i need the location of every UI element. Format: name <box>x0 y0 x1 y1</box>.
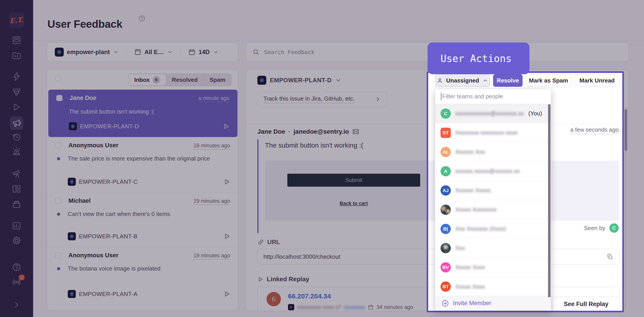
feedback-list-item[interactable]: Jane Doe a minute ago The submit button … <box>48 90 238 137</box>
react-project-icon <box>69 122 77 130</box>
sidebar-item-settings[interactable] <box>12 236 22 246</box>
replay-play-icon[interactable] <box>224 178 230 185</box>
tab-inbox[interactable]: Inbox 9 <box>128 74 166 86</box>
assignee-option[interactable]: B(Xxx Xxxxxxx (Xxxx) <box>435 219 551 238</box>
assignee-filter-input[interactable]: Filter teams and people <box>435 89 551 104</box>
assignee-dropdown: Filter teams and people Cxxxxxxxxxxxx@xx… <box>435 89 551 311</box>
replay-session-id: xxxxxxxxx-xxxx-x7 <box>297 304 341 310</box>
track-issue-button[interactable]: Track this issue in Jira, GitHub, etc. <box>258 92 387 107</box>
assignee-label: Unassigned <box>446 77 479 84</box>
mail-icon[interactable] <box>352 128 359 135</box>
feedback-project: EMPOWER-PLANT-C <box>68 178 138 186</box>
feedback-time: 19 minutes ago <box>194 252 230 260</box>
sidebar-item-stats[interactable] <box>12 221 22 231</box>
sidebar-item-profiling[interactable] <box>12 88 22 97</box>
item-checkbox[interactable] <box>55 310 61 310</box>
assignee-option[interactable]: BTXxxxx Xxxx <box>435 277 551 296</box>
feedback-list-item[interactable]: Anonymous User 18 minutes ago The sale p… <box>47 137 238 192</box>
date-range-filter[interactable]: 14D <box>181 46 226 58</box>
user-actions-tooltip: User Actions <box>428 42 530 74</box>
sidebar-item-dashboards[interactable] <box>12 184 22 194</box>
invite-member-label: Invite Member <box>453 300 491 307</box>
assignee-option[interactable]: Xxx <box>435 238 551 258</box>
avatar-photo <box>440 243 451 253</box>
title-help-icon[interactable] <box>138 15 145 22</box>
issues-inbox-icon <box>12 35 22 45</box>
sidebar-item-releases[interactable] <box>12 199 22 209</box>
collapse-chevron-icon <box>12 300 22 310</box>
sidebar-item-replays[interactable] <box>12 102 22 112</box>
unread-dot <box>57 212 60 216</box>
item-checkbox[interactable] <box>55 198 61 204</box>
assignee-option[interactable]: BVXxxxx Xxxx <box>435 258 551 277</box>
avatar: C <box>440 108 451 119</box>
releases-archive-icon <box>12 199 22 209</box>
project-filter[interactable]: empower-plant <box>47 46 126 58</box>
assignee-name: Xxx <box>455 244 465 252</box>
sidebar-item-issues[interactable] <box>12 35 22 45</box>
feedback-project-id: EMPOWER-PLANT-D <box>80 123 139 130</box>
assignee-option[interactable]: Xxxxx Xxxxxxxx <box>435 200 551 219</box>
resolve-button[interactable]: Resolve <box>493 74 522 87</box>
copy-icon[interactable] <box>606 253 613 260</box>
assignee-option[interactable]: ALXxxxxx Xxx <box>435 142 551 162</box>
tab-resolved[interactable]: Resolved <box>166 74 204 86</box>
mark-unread-button[interactable]: Mark Unread <box>574 74 620 87</box>
replay-ip-link[interactable]: 66.207.204.34 <box>288 292 331 300</box>
sidebar-item-projects[interactable] <box>12 50 22 60</box>
tab-spam[interactable]: Spam <box>204 74 231 86</box>
assignee-option[interactable]: ST#xxxxxxx-xxxxxxxx-xxxx <box>435 123 551 142</box>
projects-folder-icon <box>12 50 22 60</box>
sidebar-collapse[interactable] <box>12 300 22 310</box>
invite-member-button[interactable]: Invite Member <box>435 296 551 310</box>
react-project-icon <box>68 232 76 240</box>
sidebar-item-feedback[interactable] <box>10 116 23 130</box>
assignee-name: Xxxxxx Xxx <box>455 148 485 155</box>
detail-scrollbar[interactable] <box>624 107 627 310</box>
feedback-list-item[interactable] <box>47 305 238 310</box>
detail-project-crumb[interactable]: EMPOWER-PLANT-D <box>258 76 342 85</box>
scrollbar-thumb[interactable] <box>548 104 550 297</box>
url-section-label: URL <box>258 238 280 246</box>
chevron-down-icon <box>113 49 119 55</box>
screenshot-back-link: Back to cart <box>287 200 420 206</box>
feedback-message: The submit button isn't working :( <box>69 107 214 116</box>
sidebar-item-alerts[interactable] <box>12 146 22 156</box>
feedback-project-id: EMPOWER-PLANT-A <box>79 290 138 298</box>
discover-telescope-icon <box>12 169 22 179</box>
item-checkbox[interactable] <box>55 252 61 258</box>
linked-replay-heading[interactable]: Linked Replay <box>258 276 309 283</box>
avatar: AJ <box>440 185 451 196</box>
item-checkbox[interactable] <box>56 95 62 101</box>
item-checkbox[interactable] <box>55 142 61 148</box>
scrollbar-thumb[interactable] <box>624 109 627 151</box>
org-logo[interactable]: E.T. <box>9 12 24 28</box>
unread-dot <box>57 157 60 160</box>
dropdown-scrollbar[interactable] <box>548 104 550 299</box>
sidebar-item-help[interactable] <box>12 262 22 272</box>
sidebar-item-crons[interactable] <box>12 132 22 142</box>
assignee-dropdown-button[interactable]: Unassigned <box>435 74 490 87</box>
track-issue-label: Track this issue in Jira, GitHub, etc. <box>264 95 355 103</box>
sidebar-item-discover[interactable] <box>12 169 22 179</box>
environment-filter[interactable]: All E… <box>126 46 180 58</box>
avatar <box>440 204 451 215</box>
select-all-checkbox[interactable] <box>55 75 61 81</box>
assignee-option[interactable]: Axxxxxx.xxxxx@xxxxxx.xx <box>435 162 551 181</box>
replay-play-icon[interactable] <box>224 290 230 298</box>
assignee-option[interactable]: AJXxxxxx Xxxxx <box>435 181 551 200</box>
feedback-project: EMPOWER-PLANT-A <box>68 290 138 298</box>
mark-as-spam-button[interactable]: Mark as Spam <box>526 74 571 87</box>
chevron-up-icon <box>482 78 488 84</box>
feedback-list-item[interactable]: Michael 19 minutes ago Can't view the ca… <box>47 192 238 247</box>
unread-dot <box>57 267 60 270</box>
react-project-icon <box>68 178 76 186</box>
feedback-list-item[interactable]: Anonymous User 19 minutes ago The botana… <box>47 247 238 305</box>
message-timestamp[interactable]: a few seconds ago <box>570 126 619 134</box>
sidebar-item-performance[interactable] <box>12 72 22 82</box>
see-full-replay-button[interactable]: See Full Replay <box>552 297 620 311</box>
replay-play-icon[interactable] <box>224 233 230 240</box>
replay-play-icon[interactable] <box>223 123 230 130</box>
assignee-option[interactable]: Cxxxxxxxxxxxx@xxxxxxx.xx(You) <box>435 104 551 123</box>
plus-circle-icon <box>442 300 449 307</box>
